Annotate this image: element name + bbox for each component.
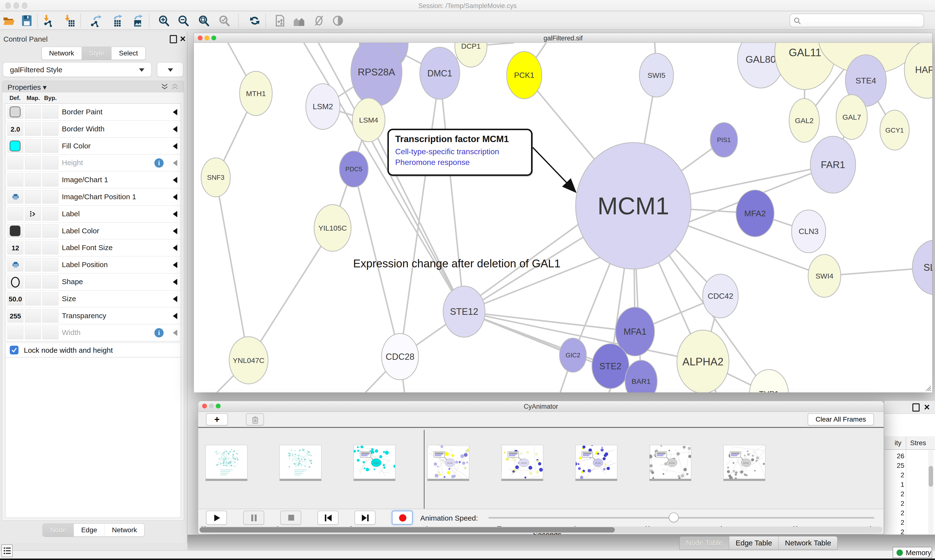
table-cell-value[interactable]: 26	[885, 452, 904, 460]
collapse-row-icon[interactable]	[173, 160, 177, 166]
network-node-snf3[interactable]: SNF3	[201, 158, 230, 197]
column-divider[interactable]	[906, 436, 906, 450]
collapse-row-icon[interactable]	[173, 279, 177, 285]
network-from-file-icon[interactable]	[274, 14, 286, 27]
info-icon[interactable]: i	[154, 158, 164, 168]
skip-to-start-button[interactable]	[318, 511, 338, 525]
property-c3-cell[interactable]	[42, 190, 59, 204]
network-node-pck1[interactable]: PCK1	[507, 52, 542, 99]
style-options-button[interactable]	[157, 62, 184, 77]
property-row[interactable]: Image/Chart 1	[5, 171, 181, 189]
property-c1-cell[interactable]	[7, 326, 23, 339]
search-input[interactable]	[804, 15, 921, 26]
frame-thumbnail[interactable]: MCM1	[353, 445, 395, 481]
zoom-selected-icon[interactable]	[218, 14, 231, 27]
network-node-lsm4[interactable]: LSM4	[352, 98, 385, 142]
frame-thumbnail[interactable]: MCM1	[427, 445, 469, 481]
property-c3-cell[interactable]	[42, 207, 59, 221]
property-c1-cell[interactable]	[7, 139, 23, 153]
network-node-ynl047c[interactable]: YNL047C	[229, 337, 268, 384]
network-node-bar1[interactable]: BAR1	[625, 360, 657, 392]
property-c3-cell[interactable]	[42, 258, 59, 271]
collapse-row-icon[interactable]	[173, 330, 177, 336]
open-session-icon[interactable]	[2, 14, 15, 27]
show-details-icon[interactable]	[332, 14, 344, 27]
record-button[interactable]	[392, 511, 413, 525]
property-c1-cell[interactable]	[7, 190, 23, 204]
property-c3-cell[interactable]	[42, 224, 59, 238]
property-c3-cell[interactable]	[42, 156, 59, 169]
network-node-mfa2[interactable]: MFA2	[736, 190, 774, 237]
animator-hscrollbar[interactable]	[199, 527, 883, 533]
property-c1-cell[interactable]	[7, 105, 23, 119]
attr-tab-network[interactable]: Network	[105, 524, 144, 536]
property-c1-cell[interactable]	[7, 207, 23, 221]
property-row[interactable]: Fill Color	[5, 138, 181, 155]
network-node-mth1[interactable]: MTH1	[239, 71, 272, 115]
south-tab-network-table[interactable]: Network Table	[779, 536, 838, 549]
memory-button[interactable]: Memory	[893, 547, 932, 558]
network-node-lsm2[interactable]: LSM2	[306, 84, 340, 129]
attr-tab-edge[interactable]: Edge	[74, 524, 105, 536]
play-button[interactable]	[206, 511, 227, 525]
property-c1-cell[interactable]	[7, 156, 23, 169]
property-c3-cell[interactable]	[42, 326, 59, 339]
network-node-pdc5[interactable]: PDC5	[339, 151, 368, 187]
collapse-row-icon[interactable]	[173, 211, 177, 217]
table-header-degree[interactable]: ity	[886, 439, 901, 447]
group-nodes-icon[interactable]	[293, 14, 305, 27]
import-network-icon[interactable]	[42, 14, 54, 27]
collapse-row-icon[interactable]	[173, 126, 177, 132]
add-frame-button[interactable]: +	[206, 413, 228, 426]
network-node-alpha2[interactable]: ALPHA2	[677, 330, 729, 392]
playhead[interactable]	[424, 430, 424, 512]
property-c2-cell[interactable]	[25, 207, 41, 221]
property-c3-cell[interactable]	[42, 139, 59, 153]
hide-details-icon[interactable]	[313, 14, 325, 27]
frame-thumbnail[interactable]	[279, 445, 321, 481]
frame-thumbnail[interactable]	[205, 445, 247, 481]
network-node-cdc42[interactable]: CDC42	[703, 274, 738, 318]
network-window-titlebar[interactable]: galFiltered.sif	[194, 33, 932, 43]
property-row[interactable]: Border Paint	[5, 104, 181, 121]
property-c3-cell[interactable]	[42, 122, 59, 136]
delete-frame-button[interactable]	[246, 413, 264, 426]
property-c2-cell[interactable]	[25, 326, 41, 339]
network-node-dcp1[interactable]: DCP1	[455, 43, 487, 67]
lock-size-checkbox[interactable]	[10, 346, 19, 354]
float-panel-icon[interactable]	[912, 403, 920, 412]
property-row[interactable]: Heighti	[5, 154, 181, 171]
network-node-swi4[interactable]: SWI4	[808, 254, 841, 297]
property-c1-cell[interactable]: 255	[7, 309, 23, 323]
network-edge[interactable]	[216, 177, 248, 360]
scrollbar-thumb[interactable]	[929, 466, 933, 487]
property-row[interactable]: Widthi	[5, 324, 181, 341]
network-node-gal7[interactable]: GAL7	[836, 95, 867, 139]
table-cell-value[interactable]: 2	[885, 518, 904, 526]
property-c3-cell[interactable]	[42, 292, 59, 306]
stop-button[interactable]	[280, 511, 301, 525]
annotation-link[interactable]: Pheromone response	[395, 157, 499, 168]
property-c2-cell[interactable]	[25, 105, 41, 119]
property-row[interactable]: Label Position	[5, 256, 181, 274]
export-network-icon[interactable]	[89, 14, 102, 27]
properties-header[interactable]: Properties ▾	[2, 81, 184, 92]
property-c2-cell[interactable]	[25, 190, 41, 204]
property-row[interactable]: Label Color	[5, 223, 181, 240]
property-c3-cell[interactable]	[42, 105, 59, 119]
property-c1-cell[interactable]	[7, 275, 23, 289]
network-node-gic2[interactable]: GIC2	[560, 338, 586, 372]
tab-style[interactable]: Style	[82, 47, 111, 60]
network-node-dmc1[interactable]: DMC1	[420, 47, 460, 99]
skip-to-end-button[interactable]	[355, 511, 375, 525]
property-c3-cell[interactable]	[42, 241, 59, 254]
float-panel-icon[interactable]	[170, 35, 177, 43]
collapse-row-icon[interactable]	[173, 143, 177, 149]
pause-button[interactable]	[243, 511, 264, 525]
property-c2-cell[interactable]	[25, 292, 41, 306]
table-cell-value[interactable]: 2	[885, 471, 904, 479]
property-c2-cell[interactable]	[25, 156, 41, 169]
property-c2-cell[interactable]	[25, 309, 41, 323]
network-node-ste12[interactable]: STE12	[443, 286, 485, 337]
network-node-gcy1[interactable]: GCY1	[880, 110, 909, 150]
